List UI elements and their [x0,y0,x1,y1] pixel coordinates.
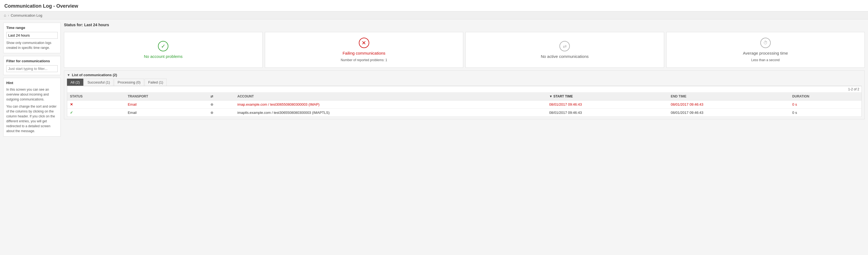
card-sublabel-timing: Less than a second [751,58,780,62]
row1-account[interactable]: imap.example.com / test3065508080300003 … [235,101,547,109]
breadcrumb: ⌂ › Communication Log [0,11,868,20]
status-card-account: ✓ No account problems [64,32,262,68]
status-header: Status for: Last 24 hours [64,23,865,27]
col-header-duration[interactable]: DURATION [789,93,862,101]
card-sublabel-failing: Number of reported problems: 1 [341,58,387,62]
status-cards: ✓ No account problems ✕ Failing communic… [64,32,865,68]
row1-transport[interactable]: Email [125,101,208,109]
breadcrumb-separator: › [8,13,9,17]
table-wrapper: 1-2 of 2 STATUS TRANSPORT ⇄ ACCOUNT ▼ ST… [67,86,862,117]
row1-duration: 0 s [789,101,862,109]
hint-title: Hint [6,81,58,85]
col-header-direction[interactable]: ⇄ [208,93,235,101]
card-label-failing: Failing communications [342,51,385,56]
row2-end-time: 08/01/2017 09:46:43 [668,109,789,117]
toggle-icon[interactable]: ▼ [67,73,70,77]
status-card-failing: ✕ Failing communications Number of repor… [265,32,464,68]
tabs-bar: All (2) Successful (1) Processing (0) Fa… [67,79,862,86]
status-card-active: ⇄ No active communications [465,32,664,68]
table-row: ✕ Email ⊕ imap.example.com / test3065508… [67,101,862,109]
tab-failed[interactable]: Failed (1) [145,79,167,86]
row2-status: ✓ [67,109,125,117]
row1-status: ✕ [67,101,125,109]
hint-section: Hint In this screen you can see an overv… [3,78,61,137]
card-label-active: No active communications [541,54,589,59]
clock-gray-icon: ⏱ [760,38,771,48]
card-label-account: No account problems [144,54,183,59]
check-green-icon: ✓ [158,41,168,51]
comms-section: ▼ List of communications (2) All (2) Suc… [64,70,865,119]
time-range-title: Time range [6,26,58,30]
row2-transport[interactable]: Email [125,109,208,117]
direction-icon: ⊕ [211,102,213,107]
row1-direction: ⊕ [208,101,235,109]
col-header-account[interactable]: ACCOUNT [235,93,547,101]
tab-successful[interactable]: Successful (1) [84,79,114,86]
tab-processing[interactable]: Processing (0) [114,79,144,86]
filter-input[interactable] [6,65,58,72]
row-count: 1-2 of 2 [67,86,862,93]
row1-end-time: 08/01/2017 09:46:43 [668,101,789,109]
status-card-timing: ⏱ Average processing time Less than a se… [666,32,865,68]
row2-account[interactable]: imaptls.example.com / test30655080803000… [235,109,547,117]
comms-section-label: List of communications (2) [72,73,117,77]
row2-duration: 0 s [789,109,862,117]
filter-title: Filter for communications [6,59,58,63]
content-area: Status for: Last 24 hours ✓ No account p… [64,23,865,137]
status-error-icon: ✕ [70,102,73,107]
direction-icon2: ⊕ [211,111,213,115]
communications-table: STATUS TRANSPORT ⇄ ACCOUNT ▼ START TIME … [67,93,862,117]
row1-start-time[interactable]: 08/01/2017 09:46:43 [547,101,668,109]
row2-start-time[interactable]: 08/01/2017 09:46:43 [547,109,668,117]
page-title: Communication Log - Overview [0,0,868,11]
time-range-section: Time range Show only communication logs … [3,23,61,53]
time-range-input[interactable] [6,32,58,39]
home-icon[interactable]: ⌂ [4,13,6,17]
status-success-icon: ✓ [70,111,73,115]
col-header-start-time[interactable]: ▼ START TIME [547,93,668,101]
breadcrumb-item: Communication Log [11,13,42,17]
tab-all[interactable]: All (2) [67,79,83,86]
sidebar: Time range Show only communication logs … [3,23,61,137]
filter-section: Filter for communications [3,56,61,75]
x-red-icon: ✕ [359,38,369,48]
hint-text2: You can change the sort and order of the… [6,104,58,134]
row2-direction: ⊕ [208,109,235,117]
col-header-status[interactable]: STATUS [67,93,125,101]
table-row: ✓ Email ⊕ imaptls.example.com / test3065… [67,109,862,117]
comms-section-header: ▼ List of communications (2) [67,73,862,77]
col-header-transport[interactable]: TRANSPORT [125,93,208,101]
card-label-timing: Average processing time [743,51,788,56]
col-header-end-time[interactable]: END TIME [668,93,789,101]
arrows-gray-icon: ⇄ [559,41,570,51]
hint-text1: In this screen you can see an overview a… [6,87,58,102]
time-range-hint: Show only communication logs created in … [6,40,58,50]
